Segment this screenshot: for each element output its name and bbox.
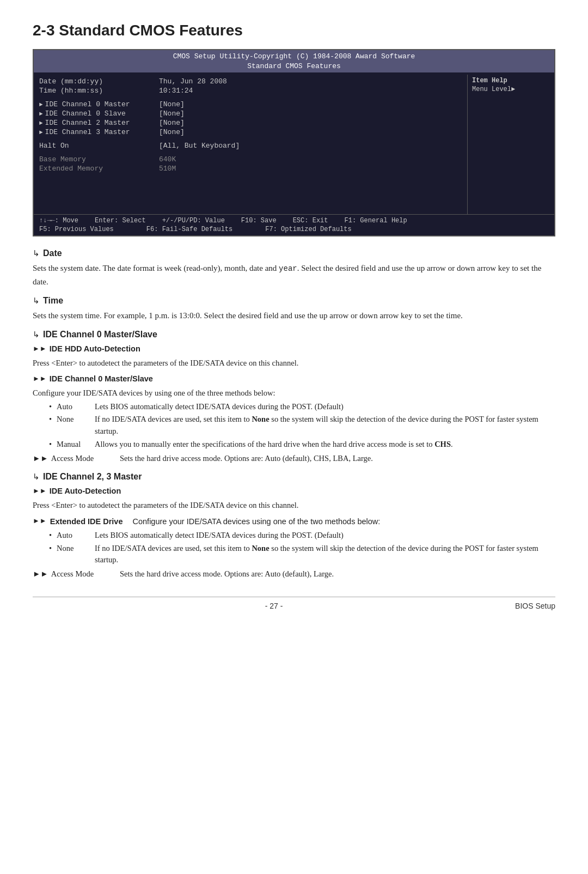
bios-value-ide0s: [None] — [159, 110, 462, 118]
dbl-arrow-icon-access: ►► — [33, 453, 48, 465]
ide23-sub1: ►► IDE Auto-Detection Press <Enter> to a… — [33, 485, 555, 512]
section-date: ↳ Date Sets the system date. The date fo… — [33, 248, 555, 288]
ide0-sub1-heading: ►► IDE HDD Auto-Detection — [33, 343, 555, 355]
bios-row-ide2m: ► IDE Channel 2 Master [None] — [39, 118, 462, 128]
bios-value-extmem: 510M — [159, 165, 462, 173]
footer-select: Enter: Select — [95, 217, 146, 224]
section-heading-ide23: ↳ IDE Channel 2, 3 Master — [33, 472, 555, 482]
dbl-arrow-icon-1: ►► — [33, 343, 47, 355]
arrow-icon-ide0m: ► — [39, 101, 43, 108]
item-help-title: Item Help — [472, 77, 550, 84]
ide23-bullet-auto-label: Auto — [57, 530, 95, 542]
ide23-sub1-body: Press <Enter> to autodetect the paramete… — [33, 499, 555, 512]
ide23-bullet-list: • Auto Lets BIOS automatically detect ID… — [49, 530, 555, 566]
ide23-body: ►► IDE Auto-Detection Press <Enter> to a… — [33, 485, 555, 580]
ide0-sub2: ►► IDE Channel 0 Master/Slave Configure … — [33, 373, 555, 464]
section-ide0: ↳ IDE Channel 0 Master/Slave ►► IDE HDD … — [33, 330, 555, 465]
bios-value-ide3m: [None] — [159, 128, 462, 136]
ide23-symbol: ↳ — [33, 472, 40, 482]
bios-label-ide0s: ► IDE Channel 0 Slave — [39, 110, 159, 118]
bios-row-date: Date (mm:dd:yy) Thu, Jun 28 2008 — [39, 77, 462, 86]
footer-value: +/-/PU/PD: Value — [162, 217, 225, 224]
ide23-access-mode-row: ►► Access Mode Sets the hard drive acces… — [33, 568, 555, 580]
date-symbol: ↳ — [33, 248, 40, 258]
bios-label-date: Date (mm:dd:yy) — [39, 77, 159, 86]
bios-row-basemem: Base Memory 640K — [39, 155, 462, 164]
dbl-arrow-icon-4: ►► — [33, 515, 47, 527]
ide23-access-mode-text: Sets the hard drive access mode. Options… — [120, 568, 555, 580]
dbl-arrow-icon-2: ►► — [33, 373, 47, 385]
ide23-bullet-auto: • Auto Lets BIOS automatically detect ID… — [49, 530, 555, 542]
footer-esc: ESC: Exit — [293, 217, 328, 224]
bios-footer-row2: F5: Previous Values F6: Fail-Safe Defaul… — [39, 226, 549, 233]
ide0-bullet-list: • Auto Lets BIOS automatically detect ID… — [49, 401, 555, 451]
bios-help-panel: Item Help Menu Level► — [467, 75, 554, 214]
bios-row-time: Time (hh:mm:ss) 10:31:24 — [39, 86, 462, 95]
ide0-body: ►► IDE HDD Auto-Detection Press <Enter> … — [33, 343, 555, 465]
bullet-manual-text: Allows you to manually enter the specifi… — [95, 439, 555, 451]
item-help-text: Menu Level► — [472, 86, 550, 93]
bios-value-ide0m: [None] — [159, 100, 462, 108]
bullet-auto: • Auto Lets BIOS automatically detect ID… — [49, 401, 555, 413]
arrow-icon-ide0s: ► — [39, 111, 43, 117]
ide23-bullet-none-text: If no IDE/SATA devices are used, set thi… — [95, 543, 555, 567]
ide0-sub1-body: Press <Enter> to autodetect the paramete… — [33, 357, 555, 369]
section-heading-time: ↳ Time — [33, 296, 555, 306]
bios-header-line2: Standard CMOS Features — [34, 62, 554, 71]
bios-row-ide3m: ► IDE Channel 3 Master [None] — [39, 128, 462, 137]
bios-header: CMOS Setup Utility-Copyright (C) 1984-20… — [34, 50, 554, 72]
ide23-bullet-auto-text: Lets BIOS automatically detect IDE/SATA … — [95, 530, 555, 542]
footer-page-num: - 27 - — [265, 602, 283, 610]
arrow-icon-ide3m: ► — [39, 129, 43, 136]
footer-bios-setup: BIOS Setup — [515, 602, 555, 610]
ide0-access-mode-text: Sets the hard drive access mode. Options… — [120, 453, 555, 465]
footer-f7: F7: Optimized Defaults — [265, 226, 351, 233]
bios-main: Date (mm:dd:yy) Thu, Jun 28 2008 Time (h… — [34, 75, 467, 214]
bios-value-basemem: 640K — [159, 155, 462, 163]
bullet-none-text: If no IDE/SATA devices are used, set thi… — [95, 414, 555, 438]
bios-value-ide2m: [None] — [159, 119, 462, 127]
bullet-none-label: None — [57, 414, 95, 438]
bios-row-ide0m: ► IDE Channel 0 Master [None] — [39, 100, 462, 109]
date-heading-text: Date — [43, 248, 62, 258]
ide0-sub2-heading: ►► IDE Channel 0 Master/Slave — [33, 373, 555, 385]
section-ide23: ↳ IDE Channel 2, 3 Master ►► IDE Auto-De… — [33, 472, 555, 580]
time-symbol: ↳ — [33, 296, 40, 306]
time-heading-text: Time — [43, 296, 63, 306]
bios-body: Date (mm:dd:yy) Thu, Jun 28 2008 Time (h… — [34, 72, 554, 214]
bullet-auto-text: Lets BIOS automatically detect IDE/SATA … — [95, 401, 555, 413]
bios-row-extmem: Extended Memory 510M — [39, 164, 462, 173]
bios-label-halton: Halt On — [39, 142, 159, 150]
bios-footer-row1: ↑↓→←: Move Enter: Select +/-/PU/PD: Valu… — [39, 217, 549, 224]
ide23-sub2-heading: ►► Extended IDE Drive Configure your IDE… — [33, 515, 555, 528]
bios-screen: CMOS Setup Utility-Copyright (C) 1984-20… — [33, 49, 555, 236]
ide0-symbol: ↳ — [33, 330, 40, 339]
bios-label-ide0m: ► IDE Channel 0 Master — [39, 100, 159, 108]
bios-label-time: Time (hh:mm:ss) — [39, 87, 159, 95]
section-heading-ide0: ↳ IDE Channel 0 Master/Slave — [33, 330, 555, 339]
ide23-sub2-body: • Auto Lets BIOS automatically detect ID… — [33, 530, 555, 580]
bios-label-ide2m: ► IDE Channel 2 Master — [39, 119, 159, 127]
bios-value-date: Thu, Jun 28 2008 — [159, 77, 462, 86]
bios-value-time: 10:31:24 — [159, 87, 462, 95]
ide23-access-mode-label: ►► Access Mode — [33, 568, 120, 580]
bios-footer: ↑↓→←: Move Enter: Select +/-/PU/PD: Valu… — [34, 214, 554, 235]
ide0-access-mode-label: ►► Access Mode — [33, 453, 120, 465]
date-body: Sets the system date. The date format is… — [33, 262, 555, 288]
page-footer: - 27 - BIOS Setup — [33, 597, 555, 610]
footer-f6: F6: Fail-Safe Defaults — [146, 226, 232, 233]
footer-move: ↑↓→←: Move — [39, 217, 78, 224]
ide0-sub1: ►► IDE HDD Auto-Detection Press <Enter> … — [33, 343, 555, 369]
ide0-heading-text: IDE Channel 0 Master/Slave — [43, 330, 157, 339]
bios-row-ide0s: ► IDE Channel 0 Slave [None] — [39, 109, 462, 118]
ide23-heading-text: IDE Channel 2, 3 Master — [43, 472, 142, 482]
bullet-manual-label: Manual — [57, 439, 95, 451]
ide23-bullet-none: • None If no IDE/SATA devices are used, … — [49, 543, 555, 567]
bios-label-ide3m: ► IDE Channel 3 Master — [39, 128, 159, 136]
bullet-auto-label: Auto — [57, 401, 95, 413]
bios-value-halton: [All, But Keyboard] — [159, 142, 462, 150]
ide23-sub1-heading: ►► IDE Auto-Detection — [33, 485, 555, 497]
page-title: 2-3 Standard CMOS Features — [33, 22, 555, 39]
footer-f5: F5: Previous Values — [39, 226, 114, 233]
bullet-manual: • Manual Allows you to manually enter th… — [49, 439, 555, 451]
